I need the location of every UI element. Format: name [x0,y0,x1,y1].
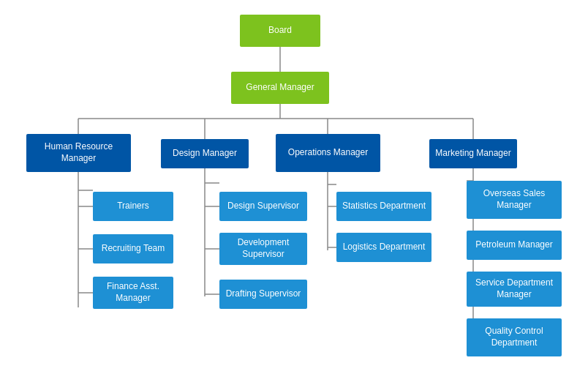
board-node: Board [240,15,320,47]
statistics-dept-node: Statistics Department [336,192,431,221]
marketing-manager-node: Marketing Manager [429,139,517,168]
logistics-dept-node: Logistics Department [336,233,431,262]
recruiting-team-node: Recruiting Team [93,234,173,263]
operations-manager-node: Operations Manager [276,134,380,172]
design-manager-node: Design Manager [161,139,249,168]
hr-manager-node: Human Resource Manager [26,134,131,172]
petroleum-mgr-node: Petroleum Manager [467,231,562,260]
drafting-supervisor-node: Drafting Supervisor [219,280,307,309]
general-manager-node: General Manager [231,72,329,104]
dev-supervisor-node: Development Supervisor [219,233,307,265]
overseas-sales-node: Overseas Sales Manager [467,181,562,219]
service-dept-node: Service Department Manager [467,272,562,307]
org-chart: Board General Manager Human Resource Man… [0,0,588,385]
finance-asst-node: Finance Asst. Manager [93,277,173,309]
trainers-node: Trainers [93,192,173,221]
design-supervisor-node: Design Supervisor [219,192,307,221]
quality-control-node: Quality Control Department [467,318,562,356]
